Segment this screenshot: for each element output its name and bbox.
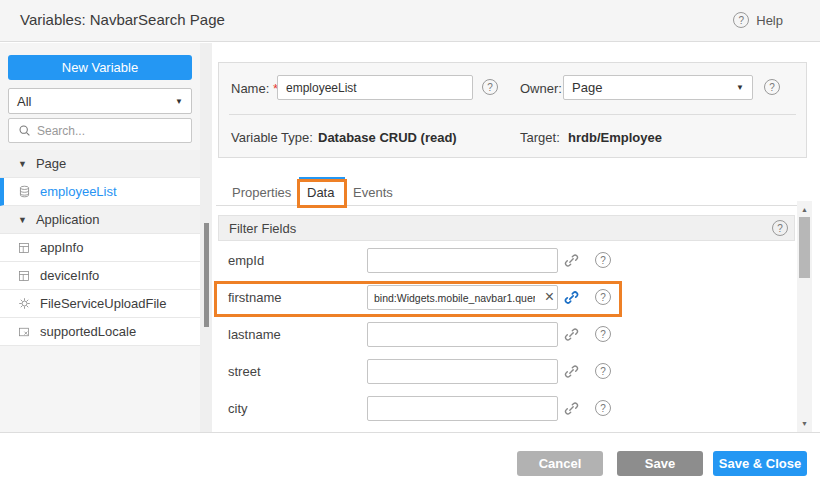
empid-input[interactable]	[367, 248, 558, 273]
new-variable-button[interactable]: New Variable	[8, 55, 192, 80]
bind-link-icon[interactable]	[564, 253, 579, 268]
field-label: lastname	[228, 327, 281, 342]
owner-help-icon[interactable]: ?	[764, 79, 780, 95]
filter-fields-title: Filter Fields	[229, 221, 296, 236]
street-input[interactable]	[367, 359, 558, 384]
table-icon	[17, 242, 31, 254]
city-input[interactable]	[367, 396, 558, 421]
help-question-icon: ?	[733, 12, 749, 28]
detail-tabs: Properties Data Events	[216, 180, 812, 206]
owner-dropdown[interactable]: Page ▼	[563, 75, 753, 100]
tree-item-fileserviceuploadfile[interactable]: FileServiceUploadFile	[0, 290, 200, 318]
save-and-close-button[interactable]: Save & Close	[713, 451, 807, 476]
search-icon	[17, 124, 31, 137]
chevron-down-icon: ▼	[736, 83, 744, 92]
field-help-icon[interactable]: ?	[595, 252, 611, 268]
locale-doc-icon	[17, 326, 31, 338]
caret-down-icon: ▼	[18, 215, 27, 225]
help-label: Help	[756, 13, 783, 28]
content-scrollbar-track[interactable]: ▲ ▼	[797, 201, 812, 432]
lastname-input[interactable]	[367, 322, 558, 347]
field-help-icon[interactable]: ?	[595, 326, 611, 342]
scroll-up-icon[interactable]: ▲	[797, 203, 812, 216]
bind-link-icon[interactable]	[564, 364, 579, 379]
tree-group-label: Page	[36, 156, 66, 171]
variable-detail-panel: Name: * ? Owner: * Page ▼ ? Variable Typ…	[212, 43, 820, 432]
tab-events[interactable]: Events	[353, 180, 393, 206]
gear-icon	[17, 297, 31, 310]
tree-item-supportedlocale[interactable]: supportedLocale	[0, 318, 200, 346]
tab-properties[interactable]: Properties	[232, 180, 291, 206]
tree-item-deviceinfo[interactable]: deviceInfo	[0, 262, 200, 290]
variables-sidebar: New Variable All ▼ ▼ Page employeeList	[0, 43, 200, 432]
bind-link-icon[interactable]	[564, 327, 579, 342]
tree-item-label: employeeList	[40, 184, 117, 199]
scroll-down-icon[interactable]: ▼	[797, 417, 812, 430]
save-button[interactable]: Save	[617, 451, 703, 476]
sidebar-scrollbar-track[interactable]	[200, 43, 212, 432]
variables-dialog: Variables: NavbarSearch Page ? Help New …	[0, 0, 820, 490]
tree-item-label: supportedLocale	[40, 324, 136, 339]
bind-link-icon[interactable]	[564, 401, 579, 416]
table-icon	[17, 270, 31, 282]
tree-group-label: Application	[36, 212, 100, 227]
cancel-button[interactable]: Cancel	[517, 451, 603, 476]
filter-field-row-street: street ?	[218, 359, 795, 384]
chevron-down-icon: ▼	[175, 97, 183, 106]
variables-tree: ▼ Page employeeList ▼ Application appInf…	[0, 150, 200, 346]
bind-link-icon-active[interactable]	[564, 290, 579, 305]
name-field[interactable]	[277, 75, 473, 100]
field-help-icon[interactable]: ?	[595, 289, 611, 305]
filter-field-row-empid: empId ?	[218, 248, 795, 273]
title-bar: Variables: NavbarSearch Page ? Help	[0, 0, 820, 42]
variable-summary-card: Name: * ? Owner: * Page ▼ ? Variable Typ…	[218, 62, 807, 158]
variable-type-label: Variable Type:	[231, 130, 313, 145]
field-help-icon[interactable]: ?	[595, 363, 611, 379]
tree-item-employeelist[interactable]: employeeList	[0, 178, 200, 206]
dialog-footer: Cancel Save Save & Close	[0, 432, 820, 490]
filter-fields-help-icon[interactable]: ?	[772, 220, 788, 236]
filter-field-row-city: city ?	[218, 396, 795, 421]
filter-fields-header: Filter Fields ?	[218, 215, 795, 241]
target-label: Target:	[520, 130, 560, 145]
field-label: firstname	[228, 290, 281, 305]
search-input[interactable]	[37, 124, 192, 138]
database-icon	[17, 185, 31, 198]
tree-group-page[interactable]: ▼ Page	[0, 150, 200, 178]
tree-item-label: appInfo	[40, 240, 83, 255]
card-divider	[229, 114, 796, 115]
target-value: hrdb/Employee	[568, 130, 662, 145]
tree-item-appinfo[interactable]: appInfo	[0, 234, 200, 262]
tree-item-label: deviceInfo	[40, 268, 99, 283]
filter-field-row-lastname: lastname ?	[218, 322, 795, 347]
dialog-title: Variables: NavbarSearch Page	[20, 11, 225, 28]
variable-search-box[interactable]	[8, 118, 192, 143]
firstname-input[interactable]	[367, 285, 558, 310]
owner-value: Page	[572, 80, 602, 95]
tab-data[interactable]: Data	[307, 180, 334, 206]
name-label: Name: *	[231, 81, 278, 96]
variable-type-value: Database CRUD (read)	[318, 130, 457, 145]
name-help-icon[interactable]: ?	[482, 79, 498, 95]
filter-field-row-firstname: firstname × ?	[218, 285, 795, 310]
help-button[interactable]: ? Help	[733, 12, 783, 28]
tree-item-label: FileServiceUploadFile	[40, 296, 166, 311]
tree-group-application[interactable]: ▼ Application	[0, 206, 200, 234]
clear-binding-icon[interactable]: ×	[545, 286, 554, 308]
field-label: empId	[228, 253, 264, 268]
field-label: city	[228, 401, 248, 416]
content-scrollbar-thumb[interactable]	[799, 217, 810, 278]
caret-down-icon: ▼	[18, 159, 27, 169]
variable-type-filter-dropdown[interactable]: All ▼	[8, 88, 192, 114]
field-label: street	[228, 364, 261, 379]
sidebar-scrollbar-thumb[interactable]	[204, 223, 209, 327]
type-filter-value: All	[17, 94, 31, 109]
field-help-icon[interactable]: ?	[595, 400, 611, 416]
